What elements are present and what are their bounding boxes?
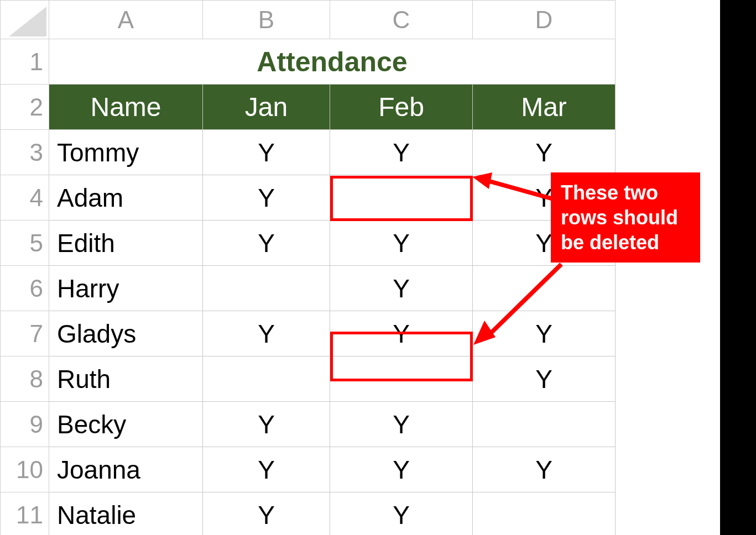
cell-a5[interactable]: Edith [49,221,203,266]
cell-d11[interactable] [473,492,616,536]
table-row: 9 Becky Y Y [1,402,616,447]
cell-b7[interactable]: Y [203,311,330,356]
cell-c9[interactable]: Y [330,402,473,447]
cell-d10[interactable]: Y [473,447,616,492]
cell-d8[interactable]: Y [473,356,616,402]
col-header-b[interactable]: B [203,1,330,39]
cell-c6[interactable]: Y [330,266,473,311]
cell-b9[interactable]: Y [203,402,330,447]
cell-c10[interactable]: Y [330,447,473,492]
row-header-5[interactable]: 5 [1,221,49,266]
row-header-3[interactable]: 3 [1,130,49,175]
cell-a6[interactable]: Harry [49,266,203,311]
cell-c7[interactable]: Y [330,311,473,356]
table-row: 5 Edith Y Y Y [1,221,616,266]
cell-d9[interactable] [473,402,616,447]
callout-line: These two [561,180,690,205]
row-header-1[interactable]: 1 [1,39,49,85]
title-cell[interactable]: Attendance [49,39,616,85]
table-row: 6 Harry Y [1,266,616,311]
header-jan[interactable]: Jan [203,85,330,130]
callout-box: These two rows should be deleted [551,172,700,263]
row-header-2[interactable]: 2 [1,85,49,130]
cell-a11[interactable]: Natalie [49,492,203,536]
header-mar[interactable]: Mar [473,85,616,130]
cell-a8[interactable]: Ruth [49,356,203,402]
callout-line: be deleted [561,230,690,255]
select-all-corner[interactable] [1,1,49,39]
cell-b5[interactable]: Y [203,221,330,266]
row-header-11[interactable]: 11 [1,492,49,536]
cell-d6[interactable] [473,266,616,311]
cell-c4[interactable] [330,175,473,221]
cell-c3[interactable]: Y [330,130,473,175]
cell-b8[interactable] [203,356,330,402]
table-row: 7 Gladys Y Y Y [1,311,616,356]
header-feb[interactable]: Feb [330,85,473,130]
table-row: 11 Natalie Y Y [1,492,616,536]
cell-c5[interactable]: Y [330,221,473,266]
cell-a9[interactable]: Becky [49,402,203,447]
header-name[interactable]: Name [49,85,203,130]
cell-a10[interactable]: Joanna [49,447,203,492]
table-row: 3 Tommy Y Y Y [1,130,616,175]
table-row: 8 Ruth Y [1,356,616,402]
cell-b10[interactable]: Y [203,447,330,492]
callout-line: rows should [561,205,690,230]
spreadsheet-canvas: A B C D 1 Attendance 2 Name Jan Feb Mar … [0,0,756,535]
row-header-7[interactable]: 7 [1,311,49,356]
row-header-6[interactable]: 6 [1,266,49,311]
cell-b11[interactable]: Y [203,492,330,536]
cell-b6[interactable] [203,266,330,311]
row-header-10[interactable]: 10 [1,447,49,492]
cell-d7[interactable]: Y [473,311,616,356]
col-header-d[interactable]: D [473,1,616,39]
cell-d3[interactable]: Y [473,130,616,175]
table-row: 4 Adam Y Y [1,175,616,221]
cell-c11[interactable]: Y [330,492,473,536]
cell-c8[interactable] [330,356,473,402]
row-header-4[interactable]: 4 [1,175,49,221]
col-header-a[interactable]: A [49,1,203,39]
row-header-8[interactable]: 8 [1,356,49,402]
row-header-9[interactable]: 9 [1,402,49,447]
cell-a4[interactable]: Adam [49,175,203,221]
spreadsheet-grid: A B C D 1 Attendance 2 Name Jan Feb Mar … [0,0,616,535]
table-row: 10 Joanna Y Y Y [1,447,616,492]
right-black-margin [720,0,756,535]
col-header-c[interactable]: C [330,1,473,39]
cell-a3[interactable]: Tommy [49,130,203,175]
cell-b3[interactable]: Y [203,130,330,175]
cell-b4[interactable]: Y [203,175,330,221]
cell-a7[interactable]: Gladys [49,311,203,356]
